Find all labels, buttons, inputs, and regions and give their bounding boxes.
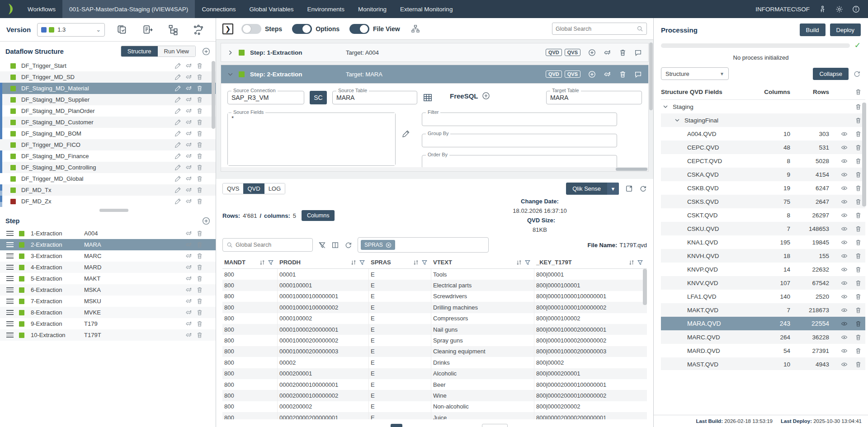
settings-gear-icon[interactable] <box>835 5 843 13</box>
source-connection-input[interactable] <box>228 91 304 104</box>
sort-icon[interactable] <box>628 259 635 266</box>
delete-icon[interactable] <box>196 96 203 103</box>
step-item[interactable]: 3-Extraction MARC <box>0 250 216 262</box>
preview-eye-icon[interactable] <box>841 158 848 164</box>
run-flow-icon[interactable] <box>185 164 192 171</box>
add-icon[interactable] <box>588 49 596 56</box>
delete-icon[interactable] <box>855 212 862 219</box>
qvd-file-row[interactable]: KNA1.QVD 195 19845 <box>661 235 865 249</box>
delete-icon[interactable] <box>855 307 862 314</box>
run-flow-icon[interactable] <box>185 74 192 80</box>
hierarchy-tree-icon[interactable] <box>167 24 179 36</box>
delete-icon[interactable] <box>196 286 203 293</box>
delete-icon[interactable] <box>196 298 203 305</box>
step-item[interactable]: 5-Extraction MAKT <box>0 273 216 284</box>
drag-handle-icon[interactable] <box>6 321 14 326</box>
source-table-input[interactable] <box>333 91 417 104</box>
drag-handle-icon[interactable] <box>6 276 14 281</box>
tree-node-stagingfinal[interactable]: StagingFinal <box>661 113 865 127</box>
tab-structure[interactable]: Structure <box>121 46 158 56</box>
delete-icon[interactable] <box>855 131 862 137</box>
drag-handle-icon[interactable] <box>6 253 14 258</box>
preview-eye-icon[interactable] <box>841 293 848 300</box>
qvd-file-row[interactable]: MAST.QVD 10 4943 <box>661 357 865 370</box>
add-icon[interactable] <box>588 70 596 78</box>
org-chart-icon[interactable] <box>411 24 420 33</box>
edit-icon[interactable] <box>175 141 181 148</box>
run-flow-icon[interactable] <box>185 141 192 148</box>
qvd-file-row[interactable]: A004.QVD 10 303 <box>661 127 865 141</box>
drag-handle-icon[interactable] <box>6 299 14 304</box>
edit-icon[interactable] <box>175 130 181 137</box>
qvd-file-row[interactable]: MARC.QVD 264 36228 <box>661 330 865 344</box>
delete-icon[interactable] <box>196 264 203 271</box>
dataflow-item[interactable]: DF_Trigger_MD_Global <box>0 173 216 184</box>
delete-icon[interactable] <box>196 275 203 282</box>
delete-icon[interactable] <box>855 293 862 300</box>
filter-icon[interactable] <box>421 259 428 266</box>
dataflow-item[interactable]: DF_Staging_MD_BOM <box>0 128 216 139</box>
qvs-badge[interactable]: QVS <box>565 70 580 78</box>
table-row[interactable]: 800 000010000100000001 E Screwdrivers 80… <box>222 291 647 302</box>
run-flow-icon[interactable] <box>185 241 192 248</box>
qvd-file-row[interactable]: KNVH.QVD 18 155 <box>661 249 865 263</box>
delete-icon[interactable] <box>196 309 203 316</box>
nav-item[interactable]: Global Variables <box>242 0 300 18</box>
clear-filter-icon[interactable] <box>318 241 326 249</box>
table-row[interactable]: 800 000010000100000002 E Drilling machin… <box>222 302 647 313</box>
preview-eye-icon[interactable] <box>841 320 848 327</box>
step1-header[interactable]: Step: 1-Extraction Target: A004 QVD QVS <box>221 43 648 61</box>
preview-eye-icon[interactable] <box>841 361 848 368</box>
edit-fields-icon[interactable] <box>402 130 410 138</box>
prev-page-button[interactable]: ‹ <box>376 424 388 427</box>
qvd-file-row[interactable]: CSKB.QVD 19 6247 <box>661 181 865 195</box>
column-chooser-icon[interactable] <box>331 241 339 249</box>
nav-item[interactable]: Environments <box>301 0 352 18</box>
remove-chip-icon[interactable] <box>386 242 392 248</box>
delete-all-icon[interactable] <box>855 89 862 95</box>
step-item[interactable]: 1-Extraction A004 <box>0 228 216 239</box>
preview-eye-icon[interactable] <box>841 239 848 246</box>
filter-icon[interactable] <box>637 259 643 266</box>
file-view-tab[interactable]: QVS <box>223 183 243 194</box>
run-flow-icon[interactable] <box>185 309 192 316</box>
preview-eye-icon[interactable] <box>841 307 848 314</box>
chevron-down-icon[interactable] <box>675 117 680 123</box>
run-step-icon[interactable]: ❯ <box>222 23 233 34</box>
qvd-badge[interactable]: QVD <box>546 49 562 56</box>
qvd-list-scrollbar[interactable] <box>862 103 866 206</box>
delete-icon[interactable] <box>196 85 203 92</box>
run-flow-icon[interactable] <box>185 275 192 282</box>
preview-eye-icon[interactable] <box>841 198 848 205</box>
tab-run-view[interactable]: Run View <box>158 46 195 56</box>
edit-icon[interactable] <box>175 96 181 103</box>
refresh-icon[interactable] <box>344 241 352 249</box>
step-item[interactable]: 10-Extraction T179T <box>0 329 216 341</box>
refresh-icon[interactable] <box>853 70 861 78</box>
delete-icon[interactable] <box>196 108 203 114</box>
edit-icon[interactable] <box>175 164 181 171</box>
preview-eye-icon[interactable] <box>841 334 848 341</box>
run-flow-icon[interactable] <box>185 175 192 182</box>
dataflow-hscrollbar[interactable] <box>5 209 210 212</box>
delete-icon[interactable] <box>855 280 862 286</box>
run-flow-icon[interactable] <box>185 264 192 271</box>
run-flow-icon[interactable] <box>185 253 192 259</box>
edit-icon[interactable] <box>175 62 181 69</box>
export-document-icon[interactable] <box>142 24 154 36</box>
filter-input[interactable] <box>422 113 617 126</box>
delete-icon[interactable] <box>855 225 862 232</box>
delete-icon[interactable] <box>855 103 862 110</box>
delete-icon[interactable] <box>855 144 862 151</box>
table-scrollbar[interactable] <box>643 269 647 305</box>
qvd-file-row[interactable]: MARD.QVD 54 27391 <box>661 344 865 357</box>
delete-icon[interactable] <box>196 175 203 182</box>
table-row[interactable]: 800 000010000200000002 E Spray guns 800|… <box>222 335 647 346</box>
page-number-button[interactable]: 2 <box>405 424 417 427</box>
file-view-tab[interactable]: LOG <box>264 183 285 194</box>
app-logo-icon[interactable] <box>0 0 21 18</box>
delete-icon[interactable] <box>196 187 203 193</box>
steps-scrollbar[interactable] <box>649 42 653 110</box>
page-number-button[interactable]: 3 <box>420 424 431 427</box>
delete-icon[interactable] <box>196 130 203 137</box>
